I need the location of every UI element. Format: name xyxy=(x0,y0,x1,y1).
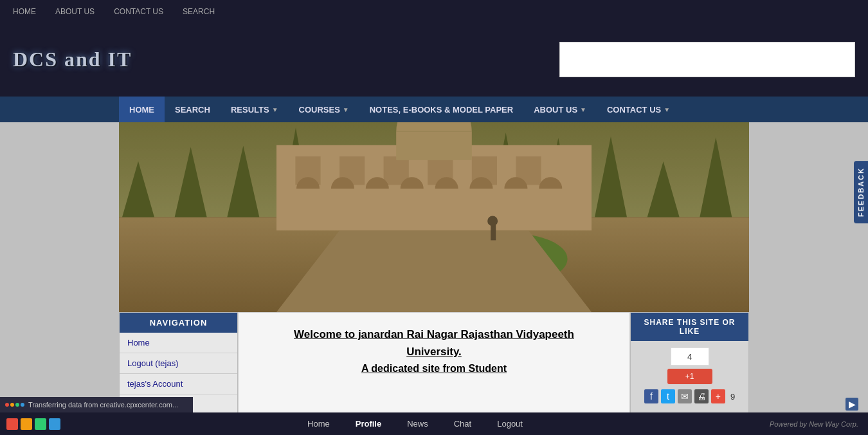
top-home-link[interactable]: HOME xyxy=(13,7,36,16)
header-search-box[interactable] xyxy=(559,42,855,77)
transfer-bar: Transferring data from creative.cpxcente… xyxy=(0,397,193,412)
bottom-home[interactable]: Home xyxy=(307,419,330,429)
bottom-icon-red xyxy=(6,418,18,430)
bottom-news[interactable]: News xyxy=(407,419,428,429)
header: DCS and IT xyxy=(0,23,868,97)
forward-button[interactable]: ▶ xyxy=(845,398,858,411)
sidebar-title: NAVIGATION xyxy=(120,313,237,333)
hero-image xyxy=(119,122,749,312)
nav-notes[interactable]: NOTES, E-BOOKS & MODEL PAPER xyxy=(359,97,523,122)
dot-blue xyxy=(21,403,24,407)
top-search-link[interactable]: SEARCH xyxy=(183,7,215,16)
sidebar-logout[interactable]: Logout (tejas) xyxy=(120,353,237,374)
bottom-nav: Home Profile News Chat Logout xyxy=(60,419,770,429)
nav-about[interactable]: ABOUT US ▼ xyxy=(523,97,597,122)
main-nav: HOME SEARCH RESULTS ▼ COURSES ▼ NOTES, E… xyxy=(0,97,868,122)
nav-results[interactable]: RESULTS ▼ xyxy=(221,97,289,122)
addthis-icon[interactable]: + xyxy=(711,389,725,403)
feedback-tab[interactable]: FEEDBACK xyxy=(854,161,868,223)
bottom-chat[interactable]: Chat xyxy=(454,419,471,429)
top-bar: HOME ABOUT US CONTACT US SEARCH xyxy=(0,0,868,23)
sidebar-account[interactable]: tejas's Account xyxy=(120,374,237,394)
bottom-icon-orange xyxy=(21,418,32,430)
contact-dropdown-arrow: ▼ xyxy=(664,106,670,113)
email-icon[interactable]: ✉ xyxy=(678,389,692,403)
top-about-link[interactable]: ABOUT US xyxy=(55,7,95,16)
bottom-icon-blue xyxy=(49,418,60,430)
dot-green xyxy=(15,403,19,407)
results-dropdown-arrow: ▼ xyxy=(272,106,278,113)
loading-dots xyxy=(5,403,24,407)
twitter-icon[interactable]: t xyxy=(661,389,675,403)
welcome-heading: Welcome to janardan Rai Nagar Rajasthan … xyxy=(251,326,617,360)
print-icon[interactable]: 🖨 xyxy=(694,389,709,403)
nav-home[interactable]: HOME xyxy=(119,97,165,122)
about-dropdown-arrow: ▼ xyxy=(580,106,586,113)
fb-count: 4 xyxy=(671,347,709,366)
share-count: 9 xyxy=(730,392,735,402)
social-icons: f t ✉ 🖨 + 9 xyxy=(636,389,743,403)
welcome-line2: University. xyxy=(406,346,462,358)
bottom-logout[interactable]: Logout xyxy=(497,419,523,429)
google-plus-button[interactable]: +1 xyxy=(667,369,712,384)
transfer-text: Transferring data from creative.cpxcente… xyxy=(28,401,178,409)
facebook-icon[interactable]: f xyxy=(644,389,658,403)
top-contact-link[interactable]: CONTACT US xyxy=(114,7,163,16)
sidebar-home[interactable]: Home xyxy=(120,333,237,353)
nav-courses[interactable]: COURSES ▼ xyxy=(289,97,359,122)
dot-orange xyxy=(10,403,14,407)
logo: DCS and IT xyxy=(13,48,132,71)
welcome-sub: A dedicated site from Student xyxy=(251,363,617,375)
powered-by: Powered by New Way Corp. xyxy=(770,420,868,428)
share-title: SHARE THIS SITE OR LIKE xyxy=(631,313,748,341)
bottom-profile[interactable]: Profile xyxy=(356,419,381,429)
bottom-icon-green xyxy=(35,418,46,430)
welcome-line1: Welcome to janardan Rai Nagar Rajasthan … xyxy=(294,328,574,340)
courses-dropdown-arrow: ▼ xyxy=(343,106,349,113)
nav-search[interactable]: SEARCH xyxy=(165,97,221,122)
hero-canvas xyxy=(119,122,749,312)
dot-red xyxy=(5,403,9,407)
bottom-icons xyxy=(0,418,60,430)
nav-contact[interactable]: CONTACT US ▼ xyxy=(597,97,680,122)
bottom-bar: Home Profile News Chat Logout Powered by… xyxy=(0,412,868,435)
